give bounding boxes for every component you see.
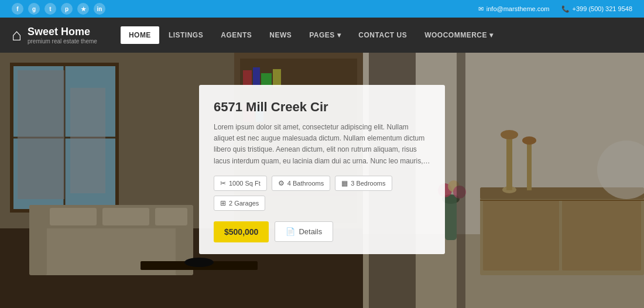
bath-label: 4 Bathrooms — [287, 180, 324, 187]
property-title: 6571 Mill Creek Cir — [214, 100, 430, 115]
nav-home[interactable]: HOME — [121, 26, 159, 44]
garage-icon: ⊞ — [220, 199, 226, 207]
social-icons-group: f g t p ★ in — [12, 3, 105, 15]
pinterest-icon[interactable]: p — [61, 3, 73, 15]
logo[interactable]: ⌂ Sweet Home premium real estate theme — [12, 26, 97, 45]
logo-text: Sweet Home premium real estate theme — [28, 26, 97, 45]
facebook-icon[interactable]: f — [12, 3, 23, 15]
feature-sqft: ✂ 1000 Sq Ft — [214, 176, 267, 191]
nav-contact[interactable]: CONTACT US — [350, 26, 415, 44]
nav-news[interactable]: NEWS — [261, 26, 300, 44]
property-actions: $500,000 📄 Details — [214, 221, 430, 242]
property-card: 6571 Mill Creek Cir Lorem ipsum dolor si… — [199, 85, 445, 254]
nav-agents[interactable]: AGENTS — [213, 26, 260, 44]
bed-icon: ▦ — [341, 179, 348, 187]
googleplus-icon[interactable]: g — [28, 3, 40, 15]
bath-icon: ⚙ — [278, 179, 285, 187]
chevron-down-icon: ▾ — [489, 31, 494, 39]
email-text: info@marstheme.com — [487, 5, 550, 12]
logo-name: Sweet Home — [28, 26, 97, 38]
star-icon[interactable]: ★ — [77, 3, 89, 15]
email-info: ✉ info@marstheme.com — [478, 5, 550, 13]
price-button[interactable]: $500,000 — [214, 221, 269, 242]
garage-label: 2 Garages — [229, 200, 259, 207]
feature-bathrooms: ⚙ 4 Bathrooms — [272, 176, 330, 191]
nav-pages[interactable]: PAGES ▾ — [301, 26, 349, 44]
nav-listings[interactable]: LISTINGS — [160, 26, 211, 44]
details-label: Details — [299, 227, 322, 236]
property-features: ✂ 1000 Sq Ft ⚙ 4 Bathrooms ▦ 3 Bedrooms … — [214, 176, 430, 211]
feature-garages: ⊞ 2 Garages — [214, 196, 265, 211]
nav-woocommerce[interactable]: WOOCOMMERCE ▾ — [416, 26, 501, 44]
navbar: ⌂ Sweet Home premium real estate theme H… — [0, 18, 644, 53]
sqft-icon: ✂ — [220, 179, 226, 187]
logo-tagline: premium real estate theme — [28, 38, 97, 45]
sqft-label: 1000 Sq Ft — [229, 180, 261, 187]
logo-house-icon: ⌂ — [12, 26, 22, 45]
details-button[interactable]: 📄 Details — [275, 221, 333, 242]
phone-icon: 📞 — [561, 5, 570, 13]
email-icon: ✉ — [478, 5, 484, 13]
phone-info: 📞 +399 (500) 321 9548 — [561, 5, 632, 13]
hero-section: 6571 Mill Creek Cir Lorem ipsum dolor si… — [0, 53, 644, 308]
linkedin-icon[interactable]: in — [94, 3, 105, 15]
bed-label: 3 Bedrooms — [351, 180, 385, 187]
nav-items: HOME LISTINGS AGENTS NEWS PAGES ▾ CONTAC… — [121, 26, 632, 44]
contact-info: ✉ info@marstheme.com 📞 +399 (500) 321 95… — [478, 5, 632, 13]
twitter-icon[interactable]: t — [44, 3, 56, 15]
feature-bedrooms: ▦ 3 Bedrooms — [335, 176, 392, 191]
property-description: Lorem ipsum dolor sit amet, consectetur … — [214, 122, 430, 167]
details-icon: 📄 — [286, 227, 295, 236]
top-bar: f g t p ★ in ✉ info@marstheme.com 📞 +399… — [0, 0, 644, 18]
phone-text: +399 (500) 321 9548 — [573, 5, 632, 12]
chevron-down-icon: ▾ — [337, 31, 341, 39]
